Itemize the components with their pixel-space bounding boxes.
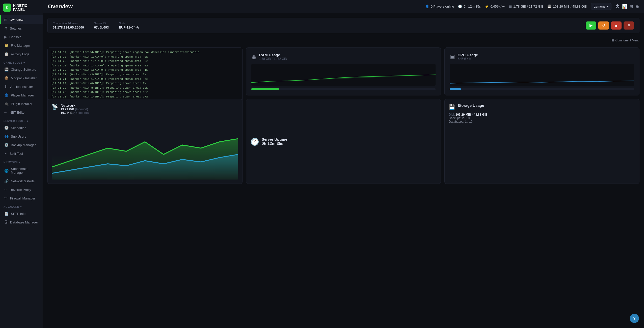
sidebar-item-player-manager[interactable]: 👤 Player Manager <box>0 91 43 99</box>
topbar-icon-group: ⏻ 📊 ⊞ ◉ <box>615 4 639 9</box>
uptime-content: 🕐 Server Uptime 0h 12m 35s <box>250 137 287 146</box>
sidebar-item-sftp-info[interactable]: 📄 SFTP Info <box>0 209 43 218</box>
disk-stat-icon: 💾 <box>547 5 551 8</box>
restart-button[interactable]: ↺ <box>598 21 609 30</box>
backup-icon: 💿 <box>4 143 9 147</box>
sidebar-item-modpack-installer[interactable]: 📦 Modpack Installer <box>0 74 43 82</box>
storage-backups: Backups: 2 / 10 <box>449 116 635 120</box>
network-chart-svg <box>52 117 238 180</box>
sidebar: K KINETICPANEL ⊞ Overview ⚙ Settings ▶ C… <box>0 0 43 328</box>
cpu-chart-area <box>450 64 634 86</box>
players-value: 0 Players online <box>431 5 454 8</box>
cpu-stat-icon: ⚡ <box>485 5 489 8</box>
uptime-value: 0h 12m 35s <box>464 5 481 8</box>
sidebar-item-firewall-manager[interactable]: 🛡 Firewall Manager <box>0 194 43 203</box>
cpu-header: ▣ CPU Usage 6.45% / ∞ <box>450 53 634 61</box>
storage-title: Storage Usage <box>458 103 484 108</box>
cpu-subtitle: 6.45% / ∞ <box>458 57 478 61</box>
ram-header: ▦ RAM Usage 1.78 GiB / 11.72 GiB <box>251 53 436 61</box>
players-icon: 👤 <box>425 5 429 8</box>
storage-card: 💾 Storage Usage Disk 103.29 MiB / 48.83 … <box>444 99 639 184</box>
chevron-down-icon: ▾ <box>607 5 609 8</box>
ram-card: ▦ RAM Usage 1.78 GiB / 11.72 GiB <box>246 47 441 95</box>
storage-disk: Disk 103.29 MiB / 48.83 GiB <box>449 113 635 116</box>
sidebar-item-database-manager[interactable]: 🗄 Database Manager <box>0 218 43 226</box>
stat-disk: 💾 103.29 MiB / 48.83 GiB <box>547 5 587 8</box>
control-buttons: ▶ ↺ ■ ✕ <box>586 21 634 30</box>
sidebar-item-schedules[interactable]: 🕐 Schedules <box>0 123 43 132</box>
storage-icon: 💾 <box>449 104 455 110</box>
stat-ram: ▦ 1.78 GiB / 11.72 GiB <box>509 5 543 8</box>
sidebar-item-split-tool[interactable]: ✂ Split Tool <box>0 149 43 158</box>
subdomain-icon: 🌐 <box>4 169 9 173</box>
sidebar-item-console[interactable]: ▶ Console <box>0 33 43 41</box>
server-id-label: Server ID <box>94 22 109 25</box>
split-icon: ✂ <box>4 152 7 156</box>
modpack-icon: 📦 <box>4 76 9 80</box>
cpu-bar-bg <box>450 88 634 90</box>
advanced-section: ADVANCED ▾ <box>0 203 43 209</box>
grid-icon[interactable]: ⊞ <box>630 4 633 9</box>
ram-title: RAM Usage <box>259 53 287 57</box>
firewall-icon: 🛡 <box>4 196 8 200</box>
page-title: Overview <box>48 3 73 10</box>
network-chart <box>52 117 238 180</box>
sidebar-item-sub-users[interactable]: 👥 Sub Users <box>0 132 43 141</box>
sidebar-item-plugin-installer[interactable]: 🔌 Plugin Installer <box>0 99 43 108</box>
start-button[interactable]: ▶ <box>586 21 596 30</box>
server-selector[interactable]: Lemons ▾ <box>591 3 611 10</box>
cpu-bar-fill <box>450 88 461 90</box>
ram-stat-icon: ▦ <box>509 5 512 8</box>
server-tools-section: SERVER TOOLS ▾ <box>0 117 43 123</box>
stats-icon[interactable]: 📊 <box>622 4 627 9</box>
uptime-icon: 🕐 <box>458 5 462 8</box>
power-icon[interactable]: ⏻ <box>615 4 620 9</box>
ram-bar-bg <box>251 88 436 90</box>
sidebar-item-reverse-proxy[interactable]: ↩ Reverse Proxy <box>0 185 43 194</box>
sidebar-item-nbt-editor[interactable]: ✏ NBT Editor <box>0 108 43 117</box>
network-outbound: 10.9 KiB (Outbound) <box>61 111 89 115</box>
topbar: Overview 👤 0 Players online 🕐 0h 12m 35s… <box>43 0 644 13</box>
main-area: Overview 👤 0 Players online 🕐 0h 12m 35s… <box>43 0 644 328</box>
sidebar-item-overview[interactable]: ⊞ Overview <box>0 15 43 24</box>
player-manager-icon: 👤 <box>4 93 9 97</box>
sidebar-item-activity-logs[interactable]: 📋 Activity Logs <box>0 50 43 58</box>
user-icon[interactable]: ◉ <box>635 4 639 9</box>
help-button[interactable]: ? <box>630 314 639 323</box>
stop-button[interactable]: ■ <box>611 21 622 30</box>
network-section: NETWORK ▾ <box>0 158 43 165</box>
server-info-row: Connection Address 51.178.134.65:25569 S… <box>47 18 639 33</box>
sidebar-item-settings[interactable]: ⚙ Settings <box>0 24 43 33</box>
component-menu-button[interactable]: ⊞ Component Menu <box>611 37 639 43</box>
sidebar-item-network-ports[interactable]: 🔗 Network & Ports <box>0 177 43 185</box>
database-icon: 🗄 <box>4 220 8 224</box>
cpu-card: ▣ CPU Usage 6.45% / ∞ <box>444 47 639 95</box>
settings-icon: ⚙ <box>4 26 8 30</box>
stat-players: 👤 0 Players online <box>425 5 454 8</box>
uptime-card: 🕐 Server Uptime 0h 12m 35s <box>246 99 441 184</box>
sidebar-item-backup-manager[interactable]: 💿 Backup Manager <box>0 141 43 149</box>
server-id-field: Server ID 67c5b693 <box>94 22 109 29</box>
kill-button[interactable]: ✕ <box>624 21 634 30</box>
content-area: Connection Address 51.178.134.65:25569 S… <box>43 13 644 328</box>
sub-users-icon: 👥 <box>4 134 9 138</box>
file-manager-icon: 📁 <box>4 43 9 47</box>
sidebar-item-version-installer[interactable]: ⬇ Version Installer <box>0 82 43 91</box>
cpu-stat-value: 6.45% / ∞ <box>490 5 505 8</box>
sidebar-item-subdomain-manager[interactable]: 🌐 Subdomain Manager <box>0 165 43 177</box>
reverse-proxy-icon: ↩ <box>4 188 7 192</box>
schedules-icon: 🕐 <box>4 126 9 130</box>
server-name: Lemons <box>594 5 605 8</box>
ram-stat-value: 1.78 GiB / 11.72 GiB <box>513 5 543 8</box>
sidebar-item-file-manager[interactable]: 📁 File Manager <box>0 41 43 50</box>
sidebar-item-change-software[interactable]: 💾 Change Software <box>0 65 43 74</box>
logo-icon: K <box>3 4 11 12</box>
ram-chart <box>251 64 436 84</box>
ram-chart-area <box>251 64 436 86</box>
connection-field: Connection Address 51.178.134.65:25569 <box>53 22 84 29</box>
ram-subtitle: 1.78 GiB / 11.72 GiB <box>259 57 287 61</box>
overview-icon: ⊞ <box>4 18 7 22</box>
game-tools-section: GAME TOOLS ▾ <box>0 58 43 65</box>
storage-databases: Databases: 1 / 10 <box>449 120 635 123</box>
version-icon: ⬇ <box>4 85 7 89</box>
